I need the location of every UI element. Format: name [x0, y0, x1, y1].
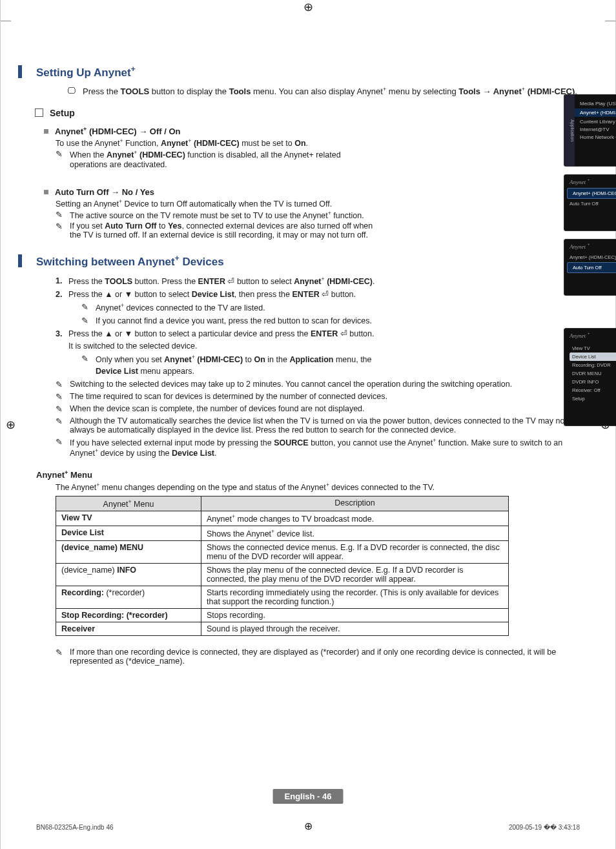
auto-note-1: ✎ The active source on the TV remote mus…	[56, 210, 378, 220]
switching-note: ✎The time required to scan for devices i…	[56, 392, 580, 402]
table-cell-desc: Starts recording immediately using the r…	[201, 586, 509, 609]
footer-filename: BN68-02325A-Eng.indb 46	[36, 824, 114, 831]
table-row: View TVAnynet+ mode changes to TV broadc…	[56, 511, 509, 526]
table-cell-menu: View TV	[56, 511, 201, 526]
footer-timestamp: 2009-05-19 �� 3:43:18	[509, 824, 580, 831]
heading-text: Setting Up Anynet	[36, 66, 131, 79]
table-row: ReceiverSound is played through the rece…	[56, 622, 509, 636]
note-icon: ✎	[56, 392, 66, 402]
table-row: Recording: (*recorder)Starts recording i…	[56, 586, 509, 609]
crop-mark-left: ⊕	[6, 418, 15, 432]
tools-intro-text: Press the TOOLS button to display the To…	[83, 86, 577, 96]
table-header-desc: Description	[201, 496, 509, 511]
table-cell-desc: Stops recording.	[201, 609, 509, 622]
section-switching: Switching between Anynet+ Devices	[36, 254, 580, 269]
menu-afternote: ✎ If more than one recording device is c…	[56, 648, 580, 666]
note-icon: ✎	[81, 302, 92, 313]
switching-note: ✎Although the TV automatically searches …	[56, 416, 580, 435]
table-header-menu: Anynet+ Menu	[56, 496, 201, 511]
table-cell-desc: Shows the play menu of the connected dev…	[201, 564, 509, 586]
switching-note: ✎If you have selected external input mod…	[56, 437, 580, 458]
table-cell-desc: Anynet+ mode changes to TV broadcast mod…	[201, 511, 509, 526]
square-bullet-icon	[35, 108, 43, 117]
osd-dev-item: Setup	[570, 394, 616, 403]
switching-steps: 1.Press the TOOLS button. Press the ENTE…	[56, 275, 378, 377]
step2-note-2: ✎ If you cannot find a device you want, …	[81, 315, 378, 327]
bullet-icon	[44, 190, 48, 194]
page-number: English - 46	[273, 789, 344, 804]
osd-dev-item: Receiver: Off	[570, 386, 616, 394]
osd-setup2-row: Anynet+ (HDMI-CEC): On	[564, 252, 616, 262]
osd-dev-item: View TV	[570, 344, 616, 353]
table-cell-menu: Stop Recording: (*recorder)	[56, 609, 201, 622]
step-3: Press the ▲ or ▼ button to select a part…	[68, 329, 375, 350]
table-row: (device_name) MENUShows the connected de…	[56, 541, 509, 564]
osd-dev-item: Recording: DVDR	[570, 361, 616, 369]
table-cell-menu: Device List	[56, 526, 201, 541]
osd-app-item: Home Network Centre	[580, 134, 616, 140]
osd-setup2-row-selected: Auto Turn Off: Yes	[567, 262, 616, 273]
note-icon: ✎	[56, 437, 66, 447]
hdmi-cec-note: ✎ When the Anynet+ (HDMI-CEC) function i…	[56, 149, 378, 169]
crop-mark-bottom: ⊕	[304, 820, 313, 832]
anynet-menu-desc: The Anynet+ menu changes depending on th…	[56, 482, 580, 492]
step3-note-1: ✎ Only when you set Anynet+ (HDMI-CEC) t…	[81, 353, 378, 377]
note-icon: ✎	[56, 404, 66, 414]
tools-icon: 🖵	[67, 86, 79, 96]
osd-app-item: Content Library	[580, 119, 616, 125]
note-icon: ✎	[56, 221, 66, 231]
hdmi-cec-desc: To use the Anynet+ Function, Anynet+ (HD…	[56, 138, 378, 148]
note-icon: ✎	[56, 648, 66, 657]
table-cell-desc: Shows the Anynet+ device list.	[201, 526, 509, 541]
table-row: Stop Recording: (*recorder)Stops recordi…	[56, 609, 509, 622]
note-icon: ✎	[56, 149, 66, 159]
crop-mark-top: ⊕	[303, 0, 313, 14]
auto-note-2: ✎ If you set Auto Turn Off to Yes, conne…	[56, 221, 378, 240]
osd-dev-item-selected: Device List	[570, 353, 616, 361]
table-cell-menu: Receiver	[56, 622, 201, 636]
auto-turn-off-desc: Setting an Anynet+ Device to turn Off au…	[56, 198, 378, 209]
auto-turn-off-item: Auto Turn Off → No / Yes	[44, 187, 378, 197]
note-icon: ✎	[81, 315, 92, 327]
anynet-menu-table: Anynet+ Menu Description View TVAnynet+ …	[56, 496, 509, 636]
hdmi-cec-item: Anynet+ (HDMI-CEC) → Off / On	[44, 126, 378, 136]
note-icon: ✎	[56, 380, 66, 389]
osd-dev-item: DVDR MENU	[570, 369, 616, 378]
table-cell-menu: Recording: (*recorder)	[56, 586, 201, 609]
note-icon: ✎	[81, 353, 92, 365]
switching-note: ✎Switching to the selected devices may t…	[56, 380, 580, 389]
bullet-icon	[44, 129, 48, 134]
table-cell-menu: (device_name) INFO	[56, 564, 201, 586]
note-icon: ✎	[56, 416, 66, 426]
table-cell-menu: (device_name) MENU	[56, 541, 201, 564]
tools-intro: 🖵 Press the TOOLS button to display the …	[67, 86, 580, 96]
table-row: (device_name) INFOShows the play menu of…	[56, 564, 509, 586]
anynet-menu-head: Anynet+ Menu	[36, 469, 580, 480]
osd-setup1-row-selected: Anynet+ (HDMI-CEC): On	[567, 188, 616, 199]
osd-setup1-row: Auto Turn Off: Yes	[564, 199, 616, 209]
setup-subhead: Setup	[35, 108, 580, 118]
step-1: Press the TOOLS button. Press the ENTER …	[68, 277, 375, 286]
table-cell-desc: Sound is played through the receiver.	[201, 622, 509, 636]
step2-note-1: ✎ Anynet+ devices connected to the TV ar…	[81, 302, 378, 314]
osd-app-item: Media Play (USB & DLNA)	[580, 101, 616, 107]
table-cell-desc: Shows the connected device menus. E.g. I…	[201, 541, 509, 564]
osd-device-list: Anynet + View TVDevice ListRecording: DV…	[564, 328, 616, 426]
step-2: Press the ▲ or ▼ button to select Device…	[68, 290, 356, 299]
table-row: Device ListShows the Anynet+ device list…	[56, 526, 509, 541]
osd-application-menu: Application Media Play (USB & DLNA) Anyn…	[564, 94, 616, 167]
section-setting-up: Setting Up Anynet+	[36, 65, 580, 79]
osd-setup-1: Anynet +Setup Anynet+ (HDMI-CEC): On Aut…	[564, 174, 616, 231]
switching-note: ✎When the device scan is complete, the n…	[56, 404, 580, 414]
osd-app-item-selected: Anynet+ (HDMI-CEC)	[575, 108, 616, 117]
osd-setup-2: Anynet +Setup Anynet+ (HDMI-CEC): On Aut…	[564, 239, 616, 296]
osd-app-item: Internet@TV	[580, 127, 616, 132]
note-icon: ✎	[56, 210, 66, 220]
osd-dev-item: DVDR INFO	[570, 378, 616, 386]
osd-app-vtab: Application	[564, 95, 575, 166]
